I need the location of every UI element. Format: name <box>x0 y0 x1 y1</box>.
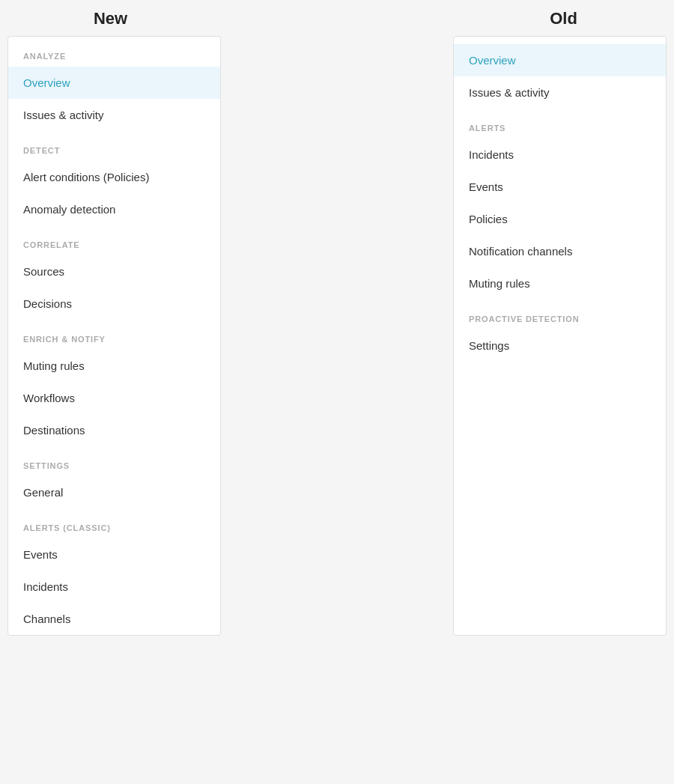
old-nav-panel: OverviewIssues & activityALERTSIncidents… <box>453 36 667 636</box>
new-nav-item-decisions[interactable]: Decisions <box>8 288 220 320</box>
new-section-label-2: CORRELATE <box>8 225 220 255</box>
new-nav-item-workflows[interactable]: Workflows <box>8 382 220 414</box>
new-nav-item-overview[interactable]: Overview <box>8 67 220 99</box>
old-nav-item-incidents[interactable]: Incidents <box>454 139 666 171</box>
new-title: New <box>94 9 127 28</box>
old-nav-item-muting-rules[interactable]: Muting rules <box>454 267 666 300</box>
old-nav-item-notification-channels[interactable]: Notification channels <box>454 235 666 267</box>
panels-container: ANALYZEOverviewIssues & activityDETECTAl… <box>0 36 674 636</box>
new-nav-item-anomaly-detection[interactable]: Anomaly detection <box>8 193 220 225</box>
old-nav-item-policies[interactable]: Policies <box>454 203 666 235</box>
new-nav-item-sources[interactable]: Sources <box>8 255 220 288</box>
new-section-label-3: ENRICH & NOTIFY <box>8 320 220 350</box>
new-section-label-0: ANALYZE <box>8 37 220 67</box>
new-nav-item-alert-conditions[interactable]: Alert conditions (Policies) <box>8 161 220 193</box>
old-title: Old <box>550 9 577 28</box>
old-section-label-2: PROACTIVE DETECTION <box>454 300 666 329</box>
old-nav-item-issues-activity[interactable]: Issues & activity <box>454 76 666 109</box>
old-nav-item-settings[interactable]: Settings <box>454 329 666 362</box>
new-section-label-1: DETECT <box>8 131 220 161</box>
new-nav-item-general[interactable]: General <box>8 476 220 508</box>
old-section-label-1: ALERTS <box>454 109 666 139</box>
new-nav-item-incidents[interactable]: Incidents <box>8 571 220 603</box>
new-section-label-5: ALERTS (CLASSIC) <box>8 508 220 538</box>
header-old: Old <box>453 9 674 28</box>
header-new: New <box>0 9 221 28</box>
old-nav-item-overview[interactable]: Overview <box>454 44 666 76</box>
new-nav-item-destinations[interactable]: Destinations <box>8 414 220 446</box>
new-nav-item-events[interactable]: Events <box>8 538 220 571</box>
comparison-header: New Old <box>0 0 674 36</box>
page-wrapper: New Old ANALYZEOverviewIssues & activity… <box>0 0 674 784</box>
old-nav-item-events[interactable]: Events <box>454 171 666 203</box>
new-nav-panel: ANALYZEOverviewIssues & activityDETECTAl… <box>7 36 221 636</box>
new-section-label-4: SETTINGS <box>8 446 220 476</box>
new-nav-item-issues-activity[interactable]: Issues & activity <box>8 99 220 131</box>
new-nav-item-channels[interactable]: Channels <box>8 603 220 635</box>
new-nav-item-muting-rules[interactable]: Muting rules <box>8 350 220 382</box>
